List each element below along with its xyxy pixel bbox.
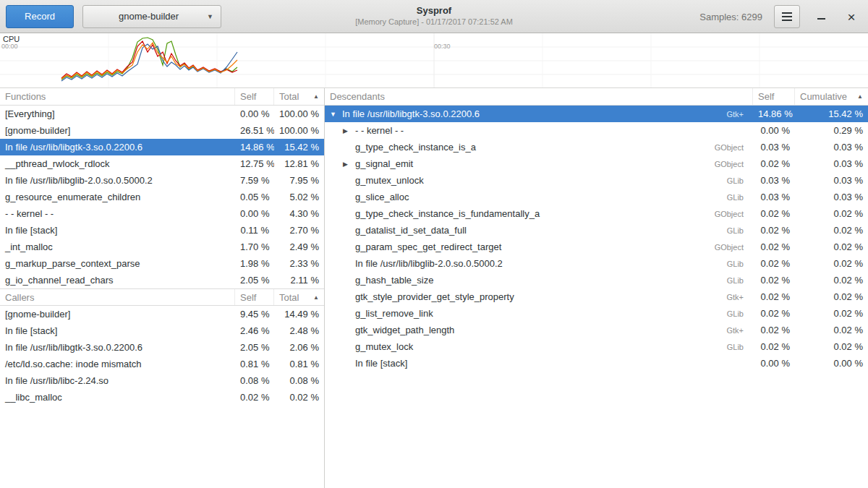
minimize-button[interactable] xyxy=(812,5,830,28)
table-row[interactable]: _int_malloc 1.70 % 2.49 % xyxy=(0,239,324,255)
cumulative-percent: 0.00 % xyxy=(795,358,868,369)
descendant-name-cell: gtk_widget_path_length Gtk+ xyxy=(325,325,753,335)
self-percent: 0.05 % xyxy=(235,192,274,202)
time-tick-start: 00:00 xyxy=(1,43,18,50)
function-name: gtk_style_provider_get_style_property xyxy=(355,291,514,302)
total-percent: 100.00 % xyxy=(274,108,324,119)
expander-icon[interactable]: ▶ xyxy=(343,127,355,134)
table-row[interactable]: g_io_channel_read_chars 2.05 % 2.11 % xyxy=(0,272,324,288)
table-row[interactable]: In file [stack] 0.11 % 2.70 % xyxy=(0,222,324,239)
self-percent: 0.02 % xyxy=(753,241,795,252)
column-header-functions[interactable]: Functions xyxy=(0,88,235,105)
menu-button[interactable] xyxy=(774,5,800,28)
table-row[interactable]: In file [stack] 0.00 % 0.00 % xyxy=(325,355,868,372)
library-badge: GLib xyxy=(720,276,748,285)
table-row[interactable]: g_hash_table_size GLib 0.02 % 0.02 % xyxy=(325,272,868,288)
column-header-descendants[interactable]: Descendants xyxy=(325,88,753,105)
function-name: g_list_remove_link xyxy=(355,308,433,319)
table-row[interactable]: [gnome-builder] 26.51 % 100.00 % xyxy=(0,122,324,139)
table-row[interactable]: /etc/ld.so.cache: inode mismatch 0.81 % … xyxy=(0,356,324,372)
total-percent: 0.02 % xyxy=(274,392,324,403)
column-header-self[interactable]: Self xyxy=(235,289,274,305)
expander-icon[interactable]: ▼ xyxy=(330,111,342,118)
function-name: __pthread_rwlock_rdlock xyxy=(0,158,235,169)
table-row[interactable]: In file /usr/lib/libgtk-3.so.0.2200.6 14… xyxy=(0,139,324,155)
table-row[interactable]: ▶ g_signal_emit GObject 0.02 % 0.03 % xyxy=(325,155,868,172)
self-percent: 12.75 % xyxy=(235,158,274,169)
self-percent: 0.02 % xyxy=(235,392,274,403)
column-header-total[interactable]: Total ▲ xyxy=(274,289,324,305)
cumulative-percent: 0.02 % xyxy=(795,258,868,269)
table-row[interactable]: g_type_check_instance_is_a GObject 0.03 … xyxy=(325,139,868,155)
cumulative-percent: 0.03 % xyxy=(795,142,868,153)
self-percent: 0.03 % xyxy=(753,175,795,186)
cumulative-percent: 0.02 % xyxy=(795,208,868,219)
table-row[interactable]: __libc_malloc 0.02 % 0.02 % xyxy=(0,389,324,406)
table-row[interactable]: In file /usr/lib/libgtk-3.so.0.2200.6 2.… xyxy=(0,339,324,356)
library-badge: GObject xyxy=(707,143,748,152)
table-row[interactable]: g_mutex_lock GLib 0.02 % 0.02 % xyxy=(325,338,868,355)
function-name: g_mutex_lock xyxy=(355,341,413,352)
table-row[interactable]: In file /usr/lib/libc-2.24.so 0.08 % 0.0… xyxy=(0,372,324,389)
table-row[interactable]: g_resource_enumerate_children 0.05 % 5.0… xyxy=(0,189,324,205)
library-badge: GObject xyxy=(707,210,748,218)
descendant-name-cell: g_type_check_instance_is_a GObject xyxy=(325,142,753,153)
column-header-callers[interactable]: Callers xyxy=(0,289,235,305)
self-percent: 26.51 % xyxy=(235,125,274,136)
total-percent: 2.33 % xyxy=(274,258,324,269)
descendant-name-cell: In file [stack] xyxy=(325,358,753,369)
close-button[interactable]: × xyxy=(842,5,861,28)
column-header-total-label: Total xyxy=(279,292,299,303)
column-header-total[interactable]: Total ▲ xyxy=(274,88,324,105)
table-row[interactable]: g_list_remove_link GLib 0.02 % 0.02 % xyxy=(325,305,868,322)
table-row[interactable]: __pthread_rwlock_rdlock 12.75 % 12.81 % xyxy=(0,155,324,172)
cpu-timeline-graph[interactable]: CPU 00:00 00:30 xyxy=(0,33,868,88)
table-row[interactable]: gtk_widget_path_length Gtk+ 0.02 % 0.02 … xyxy=(325,322,868,338)
function-name: g_datalist_id_set_data_full xyxy=(355,225,467,236)
table-row[interactable]: ▼ In file /usr/lib/libgtk-3.so.0.2200.6 … xyxy=(325,106,868,122)
table-row[interactable]: g_param_spec_get_redirect_target GObject… xyxy=(325,239,868,255)
table-row[interactable]: g_datalist_id_set_data_full GLib 0.02 % … xyxy=(325,222,868,239)
table-row[interactable]: g_markup_parse_context_parse 1.98 % 2.33… xyxy=(0,255,324,272)
process-selector-dropdown[interactable]: gnome-builder ▼ xyxy=(82,5,221,28)
library-badge: Gtk+ xyxy=(719,110,748,119)
table-row[interactable]: g_type_check_instance_is_fundamentally_a… xyxy=(325,205,868,222)
table-row[interactable]: In file /usr/lib/libglib-2.0.so.0.5000.2… xyxy=(0,172,324,189)
expander-icon[interactable]: ▶ xyxy=(343,160,355,168)
function-name: - - kernel - - xyxy=(355,125,404,136)
table-row[interactable]: gtk_style_provider_get_style_property Gt… xyxy=(325,288,868,305)
function-name: In file /usr/lib/libgtk-3.so.0.2200.6 xyxy=(0,142,235,153)
column-header-self[interactable]: Self xyxy=(753,88,795,105)
cpu-graph-svg xyxy=(0,33,868,87)
function-name: In file /usr/lib/libglib-2.0.so.0.5000.2 xyxy=(355,258,503,269)
column-header-self[interactable]: Self xyxy=(235,88,274,105)
main-panels: Functions Self Total ▲ [Everything] 0.00… xyxy=(0,88,868,488)
table-row[interactable]: ▶ - - kernel - - 0.00 % 0.29 % xyxy=(325,122,868,139)
function-name: g_type_check_instance_is_a xyxy=(355,142,476,153)
table-row[interactable]: g_mutex_unlock GLib 0.03 % 0.03 % xyxy=(325,172,868,189)
time-tick-mid: 00:30 xyxy=(434,43,451,50)
column-header-cumulative[interactable]: Cumulative ▲ xyxy=(795,88,868,105)
library-badge: GLib xyxy=(720,343,748,351)
table-row[interactable]: In file [stack] 2.46 % 2.48 % xyxy=(0,322,324,339)
self-percent: 0.02 % xyxy=(753,291,795,302)
table-row[interactable]: In file /usr/lib/libglib-2.0.so.0.5000.2… xyxy=(325,255,868,272)
self-percent: 0.00 % xyxy=(235,208,274,219)
table-row[interactable]: [gnome-builder] 9.45 % 14.49 % xyxy=(0,306,324,322)
table-row[interactable]: g_slice_alloc GLib 0.03 % 0.03 % xyxy=(325,189,868,205)
minimize-icon xyxy=(817,18,825,20)
cumulative-percent: 15.42 % xyxy=(795,108,868,119)
cumulative-percent: 0.02 % xyxy=(795,341,868,352)
table-row[interactable]: [Everything] 0.00 % 100.00 % xyxy=(0,106,324,122)
descendant-name-cell: g_mutex_lock GLib xyxy=(325,341,753,352)
function-name: g_slice_alloc xyxy=(355,192,409,202)
self-percent: 2.46 % xyxy=(235,325,274,336)
self-percent: 0.02 % xyxy=(753,325,795,335)
self-percent: 14.86 % xyxy=(753,108,795,119)
table-row[interactable]: - - kernel - - 0.00 % 4.30 % xyxy=(0,205,324,222)
self-percent: 0.02 % xyxy=(753,258,795,269)
descendant-name-cell: In file /usr/lib/libglib-2.0.so.0.5000.2… xyxy=(325,258,753,269)
record-button[interactable]: Record xyxy=(6,5,74,28)
function-name: gtk_widget_path_length xyxy=(355,325,454,335)
self-percent: 0.00 % xyxy=(753,358,795,369)
